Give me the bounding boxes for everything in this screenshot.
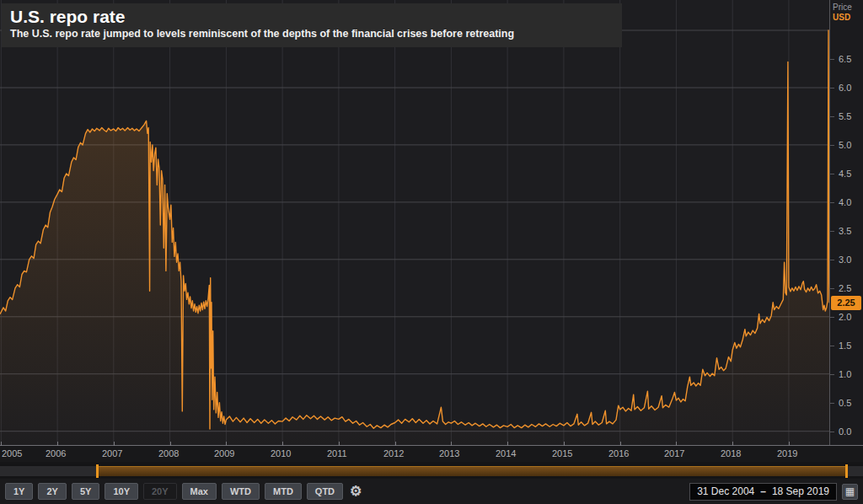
year-label: 2018 <box>721 448 741 458</box>
price-axis-tick <box>830 260 834 260</box>
price-axis-label: 1.0 <box>839 369 851 379</box>
chart-plot-area[interactable] <box>0 0 829 445</box>
year-label: 2019 <box>777 448 797 458</box>
price-axis-header: Price USD <box>833 3 863 23</box>
scrollbar-thumb[interactable] <box>97 466 848 476</box>
year-label: 2005 <box>2 448 22 458</box>
time-axis: 2005200620072008200920102011201220132014… <box>0 445 863 462</box>
price-axis-tick <box>830 88 834 88</box>
time-axis-tick <box>57 442 58 446</box>
range-scrollbar-row <box>0 464 863 478</box>
time-axis-tick <box>676 442 677 446</box>
price-axis-label: 5.5 <box>839 111 851 121</box>
last-price-badge: 2.25 <box>831 296 861 310</box>
range-button-qtd[interactable]: QTD <box>307 483 343 500</box>
price-axis-label: 5.0 <box>839 140 851 150</box>
price-axis-label: 1.5 <box>839 340 851 351</box>
time-axis-tick <box>226 442 227 446</box>
date-range-start[interactable]: 31 Dec 2004 <box>697 485 754 497</box>
currency-label: USD <box>833 13 863 23</box>
price-axis-label: 3.0 <box>839 255 851 265</box>
page-title: U.S. repo rate <box>10 6 614 27</box>
price-axis-label: 0.0 <box>839 426 851 437</box>
time-axis-tick <box>114 442 115 446</box>
range-button-10y[interactable]: 10Y <box>105 483 138 500</box>
calendar-icon[interactable]: ▦ <box>842 484 858 500</box>
price-axis-label: 4.5 <box>839 169 851 179</box>
year-label: 2010 <box>271 448 291 458</box>
year-label: 2006 <box>46 448 66 458</box>
price-axis-tick <box>830 374 834 375</box>
year-label: 2011 <box>327 448 347 458</box>
price-axis-label: 2.5 <box>839 283 851 293</box>
time-axis-tick <box>395 442 396 446</box>
year-label: 2017 <box>664 448 684 458</box>
scrollbar-left-handle[interactable] <box>96 464 99 478</box>
price-axis-label: 2.0 <box>839 312 851 322</box>
range-button-5y[interactable]: 5Y <box>72 483 99 500</box>
price-axis-label: 3.5 <box>839 226 851 236</box>
year-label: 2014 <box>496 448 516 458</box>
range-button-2y[interactable]: 2Y <box>38 483 66 500</box>
time-axis-tick <box>507 442 508 446</box>
time-axis-tick <box>732 442 733 446</box>
year-label: 2013 <box>439 448 459 458</box>
year-label: 2009 <box>214 448 234 458</box>
time-axis-tick <box>451 442 452 446</box>
year-label: 2008 <box>158 448 179 458</box>
time-axis-tick <box>1 442 2 446</box>
chart-toolbar: 1Y 2Y 5Y 10Y 20Y Max WTD MTD QTD ⚙ 31 De… <box>0 479 863 504</box>
price-axis-tick <box>830 145 834 146</box>
price-axis-tick <box>830 116 834 117</box>
chart-subtitle: The U.S. repo rate jumped to levels remi… <box>10 27 614 40</box>
price-axis-tick <box>830 288 834 289</box>
date-range-separator: – <box>760 485 766 497</box>
time-axis-tick <box>789 442 790 446</box>
date-range-end[interactable]: 18 Sep 2019 <box>772 485 829 497</box>
gear-icon[interactable]: ⚙ <box>348 483 363 500</box>
price-axis-tick <box>830 59 834 60</box>
time-axis-tick <box>170 442 171 446</box>
repo-rate-line-chart <box>0 0 829 445</box>
bloomberg-chart-app: U.S. repo rate The U.S. repo rate jumped… <box>0 0 863 504</box>
price-axis-tick <box>830 174 834 174</box>
price-axis-label: 4.0 <box>839 197 851 207</box>
chart-title-box: U.S. repo rate The U.S. repo rate jumped… <box>2 3 622 47</box>
price-label: Price <box>833 3 863 13</box>
time-axis-tick <box>564 442 565 446</box>
price-axis-tick <box>830 317 834 318</box>
range-button-max[interactable]: Max <box>182 483 217 500</box>
time-axis-tick <box>620 442 621 446</box>
price-axis-tick <box>830 202 834 203</box>
price-axis-label: 0.5 <box>839 398 851 408</box>
year-label: 2016 <box>608 448 629 458</box>
price-axis-tick <box>830 346 834 346</box>
year-label: 2015 <box>552 448 572 458</box>
price-axis-tick <box>830 231 834 232</box>
time-axis-tick <box>339 442 340 446</box>
year-label: 2007 <box>102 448 122 458</box>
range-button-mtd[interactable]: MTD <box>265 483 302 500</box>
year-label: 2012 <box>383 448 404 458</box>
repo-rate-area-fill <box>0 30 829 445</box>
range-button-20y[interactable]: 20Y <box>143 483 177 500</box>
range-button-wtd[interactable]: WTD <box>222 483 260 500</box>
price-axis-tick <box>830 432 834 432</box>
date-range-picker[interactable]: 31 Dec 2004 – 18 Sep 2019 <box>689 483 837 501</box>
price-axis-label: 6.0 <box>839 83 851 93</box>
price-axis-tick <box>830 403 834 404</box>
scrollbar-right-handle[interactable] <box>845 464 848 478</box>
time-axis-tick <box>282 442 283 446</box>
price-axis-label: 6.5 <box>839 54 851 64</box>
range-button-1y[interactable]: 1Y <box>5 483 33 500</box>
price-axis: 0.00.51.01.52.02.53.03.54.04.55.05.56.06… <box>829 0 863 445</box>
